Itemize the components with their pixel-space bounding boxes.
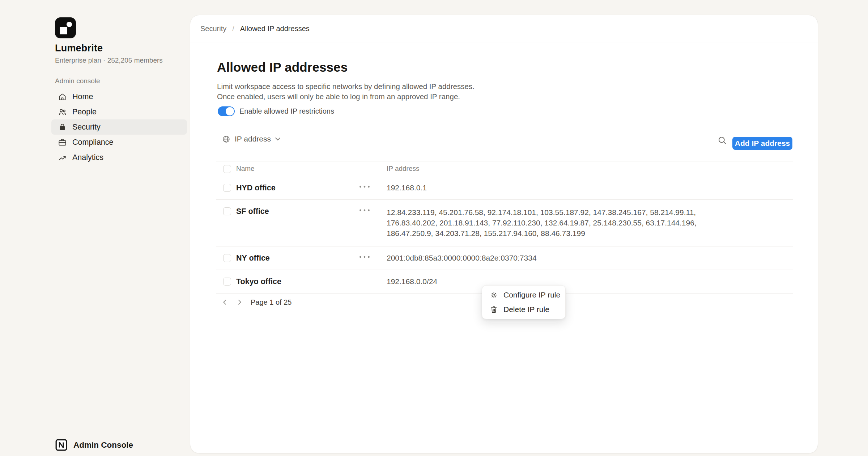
row-actions-button[interactable]: [359, 200, 381, 211]
workspace-name: Lumebrite: [55, 43, 103, 54]
row-actions-button[interactable]: [359, 246, 381, 258]
page-indicator: Page 1 of 25: [251, 298, 292, 307]
globe-icon: [222, 135, 230, 143]
row-checkbox[interactable]: [223, 254, 231, 262]
people-icon: [58, 107, 67, 117]
filter-label: IP address: [235, 135, 271, 143]
breadcrumb-current: Allowed IP addresses: [240, 25, 310, 33]
row-name: HYD office: [236, 176, 359, 193]
sidebar-item-analytics[interactable]: Analytics: [51, 150, 187, 165]
row-ip: 192.168.0.0/24: [381, 270, 793, 286]
breadcrumb-separator: /: [232, 25, 234, 33]
sidebar-item-security[interactable]: Security: [51, 119, 187, 135]
row-checkbox[interactable]: [223, 207, 231, 215]
previous-page-icon[interactable]: [219, 296, 231, 308]
analytics-icon: [58, 153, 67, 162]
sidebar-item-home[interactable]: Home: [51, 89, 187, 104]
briefcase-icon: [58, 138, 67, 147]
sidebar-item-label: People: [72, 107, 97, 117]
gear-icon: [490, 291, 498, 299]
sidebar-item-compliance[interactable]: Compliance: [51, 135, 187, 150]
next-page-icon[interactable]: [233, 296, 246, 308]
row-checkbox[interactable]: [223, 184, 231, 192]
sidebar-item-label: Analytics: [72, 153, 103, 162]
toggle-label: Enable allowed IP restrictions: [239, 107, 334, 115]
search-icon[interactable]: [718, 136, 727, 145]
menu-item-label: Delete IP rule: [503, 305, 549, 314]
chevron-down-icon: [275, 138, 280, 141]
main-panel: Security / Allowed IP addresses Allowed …: [190, 15, 818, 453]
workspace-plan-members: Enterprise plan · 252,205 members: [55, 56, 163, 64]
row-context-menu: Configure IP rule Delete IP rule: [482, 285, 566, 319]
delete-ip-rule-item[interactable]: Delete IP rule: [482, 302, 565, 317]
sidebar-section-label: Admin console: [55, 77, 100, 85]
table-row: SF office 12.84.233.119, 45.201.76.58, 9…: [216, 200, 793, 246]
page-title: Allowed IP addresses: [217, 60, 348, 75]
sidebar-item-label: Home: [72, 92, 93, 101]
breadcrumb: Security / Allowed IP addresses: [190, 15, 818, 42]
sidebar-item-label: Security: [72, 123, 101, 132]
ip-restrictions-toggle-row: Enable allowed IP restrictions: [218, 106, 334, 116]
row-ip: 2001:0db8:85a3:0000:0000:8a2e:0370:7334: [381, 246, 793, 262]
sidebar-nav: Home People Security: [51, 89, 187, 165]
row-name: NY office: [236, 246, 359, 263]
menu-item-label: Configure IP rule: [503, 291, 560, 299]
column-header-ip: IP address: [381, 161, 793, 173]
breadcrumb-security[interactable]: Security: [200, 25, 226, 33]
column-header-name: Name: [236, 161, 381, 173]
admin-console-footer[interactable]: Admin Console: [55, 439, 133, 451]
add-ip-address-button[interactable]: Add IP address: [732, 137, 792, 150]
notion-logo-icon: [55, 439, 68, 451]
page-description-line1: Limit workspace access to specific netwo…: [217, 81, 475, 92]
home-icon: [58, 92, 67, 101]
ip-address-filter[interactable]: IP address: [222, 135, 280, 143]
row-actions-button[interactable]: [359, 270, 381, 279]
row-name: SF office: [236, 200, 359, 216]
row-ip: 12.84.233.119, 45.201.76.58, 92.174.18.1…: [381, 200, 793, 238]
sidebar-item-label: Compliance: [72, 138, 114, 147]
row-name: Tokyo office: [236, 270, 359, 286]
page-description: Limit workspace access to specific netwo…: [217, 81, 475, 102]
workspace-logo: [55, 17, 76, 38]
page-description-line2: Once enabled, users will only be able to…: [217, 92, 475, 102]
row-actions-button[interactable]: [359, 176, 381, 188]
trash-icon: [490, 305, 498, 314]
sidebar-item-people[interactable]: People: [51, 104, 187, 119]
lock-icon: [58, 123, 67, 132]
configure-ip-rule-item[interactable]: Configure IP rule: [482, 288, 565, 302]
enable-ip-restrictions-toggle[interactable]: [218, 106, 235, 116]
table-row: NY office 2001:0db8:85a3:0000:0000:8a2e:…: [216, 246, 793, 270]
select-all-checkbox[interactable]: [223, 165, 231, 173]
admin-console-label: Admin Console: [73, 440, 133, 450]
row-checkbox[interactable]: [223, 278, 231, 286]
table-row: HYD office 192.168.0.1: [216, 176, 793, 200]
table-header-row: Name IP address: [216, 161, 793, 176]
sidebar: Lumebrite Enterprise plan · 252,205 memb…: [0, 0, 190, 456]
row-ip: 192.168.0.1: [381, 176, 793, 192]
